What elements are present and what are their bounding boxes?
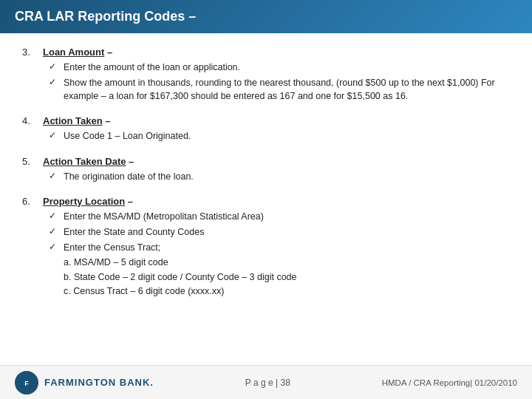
section-3: 5.Action Taken Date –✓The origination da… [22, 156, 510, 185]
checkmark-icon: ✓ [49, 210, 59, 223]
section-2: 4.Action Taken –✓Use Code 1 – Loan Origi… [22, 115, 510, 145]
bullet-item: ✓Enter the State and County Codes [49, 225, 510, 239]
checkmark-icon: ✓ [49, 241, 59, 254]
section-num-2: 4. [22, 115, 35, 145]
bullet-list-4: ✓Enter the MSA/MD (Metropolitan Statisti… [43, 210, 510, 299]
logo-icon: F [15, 371, 38, 395]
bullet-text: Show the amount in thousands, rounding t… [64, 76, 510, 103]
bullet-list-1: ✓Enter the amount of the loan or applica… [43, 61, 510, 103]
bullet-item: ✓Enter the amount of the loan or applica… [49, 61, 510, 74]
sub-item: c. Census Tract – 6 digit code (xxxx.xx) [64, 285, 510, 299]
bullet-item: ✓The origination date of the loan. [49, 170, 510, 183]
footer-right: HMDA / CRA Reporting| 01/20/2010 [382, 378, 517, 387]
footer-page: P a g e | 38 [245, 378, 290, 388]
bullet-text: Enter the amount of the loan or applicat… [64, 61, 240, 74]
checkmark-icon: ✓ [49, 225, 59, 239]
section-body-3: Action Taken Date –✓The origination date… [43, 156, 510, 185]
bullet-item: ✓Enter the MSA/MD (Metropolitan Statisti… [49, 210, 510, 223]
sub-item: a. MSA/MD – 5 digit code [64, 256, 510, 270]
bullet-item: ✓Use Code 1 – Loan Originated. [49, 129, 510, 143]
section-4: 6.Property Location –✓Enter the MSA/MD (… [22, 196, 510, 300]
checkmark-icon: ✓ [49, 61, 59, 74]
bullet-item: ✓Enter the Census Tract; [49, 241, 510, 254]
bullet-text: The origination date of the loan. [64, 170, 194, 183]
bullet-text: Enter the Census Tract; [64, 241, 160, 254]
section-num-3: 5. [22, 156, 35, 185]
checkmark-icon: ✓ [49, 129, 59, 143]
bullet-list-3: ✓The origination date of the loan. [43, 170, 510, 183]
sub-list-4: a. MSA/MD – 5 digit codeb. State Code – … [49, 256, 510, 299]
section-title-3: Action Taken Date – [43, 156, 510, 167]
section-num-1: 3. [22, 47, 35, 105]
section-title-4: Property Location – [43, 196, 510, 207]
bullet-text: Enter the State and County Codes [64, 225, 204, 239]
bullet-text: Use Code 1 – Loan Originated. [64, 129, 191, 143]
footer: F FARMINGTON BANK. P a g e | 38 HMDA / C… [0, 365, 532, 399]
checkmark-icon: ✓ [49, 76, 59, 103]
bullet-list-2: ✓Use Code 1 – Loan Originated. [43, 129, 510, 143]
section-title-1: Loan Amount – [43, 47, 510, 58]
footer-logo: F FARMINGTON BANK. [15, 371, 154, 395]
bullet-text: Enter the MSA/MD (Metropolitan Statistic… [64, 210, 264, 223]
svg-text:F: F [24, 380, 29, 387]
header: CRA LAR Reporting Codes – [0, 0, 532, 33]
section-title-2: Action Taken – [43, 115, 510, 126]
logo-text: FARMINGTON BANK. [44, 377, 154, 388]
bullet-item: ✓Show the amount in thousands, rounding … [49, 76, 510, 103]
section-body-4: Property Location –✓Enter the MSA/MD (Me… [43, 196, 510, 300]
header-title: CRA LAR Reporting Codes – [15, 9, 196, 24]
sub-item: b. State Code – 2 digit code / County Co… [64, 271, 510, 284]
section-body-1: Loan Amount –✓Enter the amount of the lo… [43, 47, 510, 105]
section-body-2: Action Taken –✓Use Code 1 – Loan Origina… [43, 115, 510, 145]
page-label: P a g e | 38 [245, 378, 290, 388]
checkmark-icon: ✓ [49, 170, 59, 183]
section-1: 3.Loan Amount –✓Enter the amount of the … [22, 47, 510, 105]
content: 3.Loan Amount –✓Enter the amount of the … [0, 33, 532, 373]
section-num-4: 6. [22, 196, 35, 300]
